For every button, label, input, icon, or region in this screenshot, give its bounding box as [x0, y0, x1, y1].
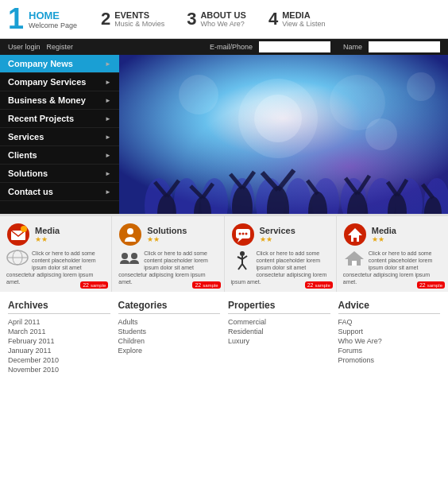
svg-marker-67: [345, 251, 364, 259]
people-icon: [118, 223, 142, 246]
nav-about-number: 3: [187, 9, 196, 29]
nav-home[interactable]: 1 HOME Welcome Page: [8, 5, 77, 33]
archive-link[interactable]: January 2011: [8, 347, 110, 355]
nav-media-label: MEDIA: [282, 10, 325, 20]
archive-link[interactable]: December 2010: [8, 356, 110, 364]
arrow-icon: ►: [105, 170, 111, 177]
arrow-icon: ►: [105, 188, 111, 196]
sidebar-item-contact[interactable]: Contact us ►: [0, 183, 119, 201]
sidebar-item-label: Business & Money: [8, 95, 86, 105]
sidebar: Company News ► Company Services ► Busine…: [0, 55, 119, 214]
svg-point-43: [21, 226, 27, 232]
sidebar-item-label: Services: [8, 132, 44, 142]
sidebar-item-solutions[interactable]: Solutions ►: [0, 165, 119, 183]
arrow-icon: ►: [105, 134, 111, 141]
arrow-icon: ►: [105, 115, 111, 122]
property-link[interactable]: Luxury: [228, 337, 330, 345]
dancer-icon: [231, 250, 253, 273]
sidebar-item-company-services[interactable]: Company Services ►: [0, 73, 119, 91]
property-link[interactable]: Residential: [228, 328, 330, 335]
advice-link[interactable]: Who We Are?: [338, 337, 441, 345]
feature-count: 22 sample: [417, 281, 445, 289]
property-link[interactable]: Commercial: [228, 318, 330, 326]
category-link[interactable]: Children: [118, 337, 221, 345]
advice-link[interactable]: Forums: [338, 347, 441, 355]
archive-link[interactable]: November 2010: [8, 366, 110, 374]
user-login-link[interactable]: User login: [8, 43, 41, 51]
sidebar-item-business-money[interactable]: Business & Money ►: [0, 91, 119, 110]
footer-columns: Archives April 2011 March 2011 February …: [0, 292, 448, 383]
email-input[interactable]: [259, 41, 330, 52]
home-icon: [343, 223, 367, 246]
login-bar: User login Register E-mail/Phone Name: [0, 39, 448, 55]
svg-point-6: [179, 75, 218, 114]
nav-about-label: ABOUT US: [200, 10, 245, 20]
arrow-icon: ►: [105, 152, 111, 159]
house-icon: [343, 250, 365, 266]
footer-archives: Archives April 2011 March 2011 February …: [8, 300, 110, 375]
advice-title: Advice: [338, 300, 441, 314]
sidebar-item-label: Company Services: [8, 77, 86, 87]
advice-link[interactable]: Support: [338, 328, 441, 335]
advice-link[interactable]: FAQ: [338, 318, 441, 326]
svg-point-55: [241, 233, 244, 235]
advice-link[interactable]: Promotions: [338, 356, 441, 364]
nav-home-number: 1: [8, 5, 24, 33]
category-link[interactable]: Explore: [118, 347, 221, 355]
archive-link[interactable]: April 2011: [8, 318, 110, 326]
nav-events-label: EVENTS: [114, 10, 164, 20]
svg-rect-69: [352, 261, 357, 266]
feature-title: Media: [372, 226, 396, 235]
nav-events-number: 2: [101, 9, 110, 29]
arrow-icon: ►: [105, 79, 111, 86]
crowd-icon: [118, 250, 141, 266]
envelope-icon: [6, 223, 30, 246]
svg-point-56: [245, 233, 247, 235]
nav-about[interactable]: 3 ABOUT US Who We Are?: [187, 9, 246, 29]
archives-title: Archives: [8, 300, 110, 314]
name-input[interactable]: [369, 41, 440, 52]
feature-stars: ★★: [372, 235, 396, 243]
categories-title: Categories: [118, 300, 221, 314]
feature-services: Services ★★ Click or here to add some co…: [225, 216, 337, 292]
category-link[interactable]: Students: [118, 328, 221, 335]
sidebar-item-label: Company News: [8, 59, 73, 68]
nav-media[interactable]: 4 MEDIA View & Listen: [268, 9, 326, 29]
feature-solutions: Solutions ★★ Click or here to add some c…: [112, 216, 224, 292]
arrow-icon: ►: [105, 60, 111, 68]
chat-icon: [231, 223, 255, 246]
sidebar-item-recent-projects[interactable]: Recent Projects ►: [0, 110, 119, 128]
sidebar-item-label: Clients: [8, 150, 37, 160]
footer-categories: Categories Adults Students Children Expl…: [118, 300, 221, 375]
archive-link[interactable]: February 2011: [8, 337, 110, 345]
sidebar-item-label: Contact us: [8, 187, 53, 196]
feature-title: Services: [260, 226, 295, 235]
nav-home-label: HOME: [29, 10, 77, 21]
category-link[interactable]: Adults: [118, 318, 221, 326]
name-label: Name: [343, 43, 362, 51]
svg-point-50: [131, 253, 137, 259]
footer-properties: Properties Commercial Residential Luxury: [228, 300, 330, 375]
svg-point-54: [238, 233, 241, 235]
feature-count: 22 sample: [305, 281, 333, 289]
svg-point-57: [240, 251, 245, 256]
sidebar-item-services[interactable]: Services ►: [0, 128, 119, 146]
feature-title: Media: [35, 226, 60, 235]
register-link[interactable]: Register: [47, 43, 74, 51]
nav-media-sub: View & Listen: [282, 20, 325, 28]
feature-media-2: Media ★★ Click or here to add some conte…: [337, 216, 448, 292]
svg-point-3: [254, 95, 302, 142]
archive-link[interactable]: March 2011: [8, 328, 110, 335]
feature-stars: ★★: [147, 235, 187, 243]
email-label: E-mail/Phone: [210, 43, 253, 51]
nav-events[interactable]: 2 EVENTS Music & Movies: [101, 9, 164, 29]
footer-advice: Advice FAQ Support Who We Are? Forums Pr…: [338, 300, 441, 375]
nav-media-number: 4: [268, 9, 278, 29]
nav-about-sub: Who We Are?: [200, 20, 245, 28]
sidebar-item-clients[interactable]: Clients ►: [0, 146, 119, 165]
svg-line-62: [242, 264, 246, 270]
sidebar-item-company-news[interactable]: Company News ►: [0, 55, 119, 73]
svg-point-5: [365, 118, 397, 150]
feature-media-1: Media ★★ Click or here to add some conte…: [0, 216, 112, 292]
feature-title: Solutions: [147, 226, 187, 235]
